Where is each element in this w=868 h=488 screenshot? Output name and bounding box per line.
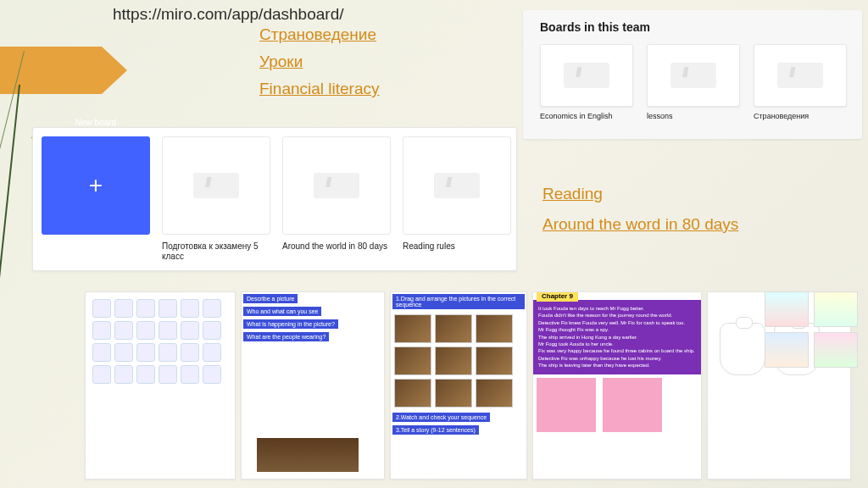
sticky-note bbox=[537, 378, 596, 432]
link-reading[interactable]: Reading bbox=[542, 185, 738, 203]
room-tile bbox=[765, 332, 809, 368]
board-thumb-icon bbox=[564, 63, 609, 88]
board-thumb-icon bbox=[777, 63, 823, 88]
link-stranovedenie[interactable]: Страноведение bbox=[259, 25, 380, 44]
task-2: 2.Watch and check your sequence bbox=[392, 413, 490, 422]
prompt-describe: Describe a picture bbox=[243, 294, 298, 303]
board-card[interactable]: Reading rules bbox=[403, 136, 511, 262]
boards-row: + New board Подготовка к экзамену 5 клас… bbox=[32, 127, 517, 271]
new-board-card[interactable]: + New board bbox=[42, 136, 150, 262]
board-link-list: Страноведение Уроки Financial literacy bbox=[259, 25, 380, 98]
egypt-picture bbox=[257, 438, 359, 472]
board-caption: Reading rules bbox=[403, 241, 511, 252]
team-boards-title: Boards in this team bbox=[540, 20, 845, 34]
sequence-grid bbox=[391, 311, 526, 411]
team-board-caption: lessons bbox=[647, 112, 740, 121]
sticky-note bbox=[603, 378, 662, 432]
team-board-caption: Economics in English bbox=[540, 112, 633, 121]
prompt-q1: Who and what can you see bbox=[243, 307, 321, 316]
link-around-world[interactable]: Around the word in 80 days bbox=[542, 215, 738, 234]
canvas-sequence-task[interactable]: 1.Drag and arrange the pictures in the c… bbox=[390, 291, 527, 480]
team-board-caption: Страноведения bbox=[754, 112, 847, 121]
chapter-text: It took Fouda ten days to reach Mr Fogg … bbox=[533, 300, 701, 374]
board-caption: Подготовка к экзамену 5 класс bbox=[162, 241, 270, 262]
canvas-vocab-icons[interactable] bbox=[85, 291, 236, 480]
board-caption: Around the world in 80 days bbox=[282, 241, 391, 252]
plant-stem-decor-2 bbox=[0, 51, 25, 488]
board-thumb-icon bbox=[434, 173, 480, 198]
team-board-card[interactable]: Economics in English bbox=[540, 44, 633, 121]
team-boards-panel: Boards in this team Economics in English… bbox=[523, 10, 862, 139]
board-card[interactable]: Подготовка к экзамену 5 класс bbox=[162, 136, 270, 262]
canvas-describe-picture[interactable]: Describe a picture Who and what can you … bbox=[241, 291, 385, 480]
team-board-card[interactable]: lessons bbox=[647, 44, 740, 121]
task-3: 3.Tell a story (9-12 sentences) bbox=[392, 425, 479, 435]
board-thumb-icon bbox=[670, 63, 716, 88]
canvas-chapter-9[interactable]: Chapter 9 It took Fouda ten days to reac… bbox=[532, 291, 702, 480]
team-board-card[interactable]: Страноведения bbox=[754, 44, 847, 121]
room-tile bbox=[814, 291, 858, 327]
prompt-q2: What is happening in the picture? bbox=[243, 319, 338, 329]
canvas-room-tiles[interactable] bbox=[765, 291, 861, 368]
task-1: 1.Drag and arrange the pictures in the c… bbox=[392, 294, 525, 309]
room-tile bbox=[765, 291, 809, 327]
chapter-label: Chapter 9 bbox=[537, 291, 578, 302]
reading-link-list: Reading Around the word in 80 days bbox=[542, 185, 738, 234]
new-board-label: New board bbox=[42, 118, 150, 236]
link-uroki[interactable]: Уроки bbox=[259, 53, 380, 71]
plant-stem-decor bbox=[0, 85, 20, 488]
room-tile bbox=[814, 332, 858, 368]
link-financial-literacy[interactable]: Financial literacy bbox=[259, 80, 380, 98]
prompt-q3: What are the people wearing? bbox=[243, 332, 329, 341]
board-card[interactable]: Around the world in 80 days bbox=[282, 136, 391, 262]
dashboard-url: https://miro.com/app/dashboard/ bbox=[113, 5, 343, 24]
sack-icon bbox=[720, 323, 765, 375]
board-collage: Describe a picture Who and what can you … bbox=[85, 291, 861, 480]
board-thumb-icon bbox=[314, 173, 359, 198]
board-thumb-icon bbox=[193, 173, 239, 198]
